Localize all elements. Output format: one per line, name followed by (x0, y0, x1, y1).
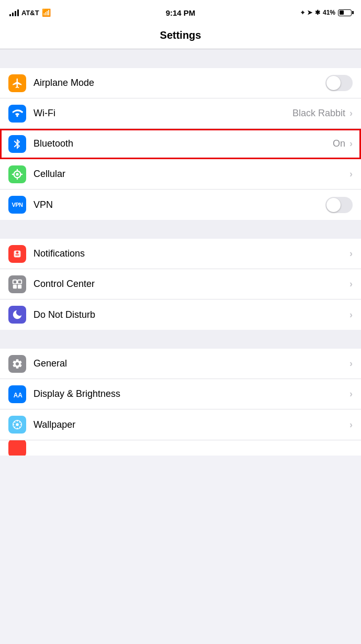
do-not-disturb-label: Do Not Disturb (33, 309, 349, 320)
svg-rect-12 (18, 284, 21, 288)
display-svg: AA (12, 388, 23, 400)
wifi-chevron-icon: › (349, 108, 353, 119)
bluetooth-svg (12, 138, 23, 150)
wifi-row[interactable]: Wi-Fi Black Rabbit › (0, 98, 361, 129)
status-time: 9:14 PM (166, 8, 196, 17)
bluetooth-status-icon: ✱ (315, 9, 320, 16)
svg-point-21 (19, 427, 20, 428)
notifications-chevron-icon: › (349, 248, 353, 259)
page-title: Settings (160, 29, 201, 41)
display-brightness-label: Display & Brightness (33, 388, 349, 399)
location-icon: ⌖ (301, 9, 304, 16)
control-center-chevron-icon: › (349, 279, 353, 290)
svg-point-20 (14, 421, 15, 423)
svg-point-7 (16, 251, 19, 253)
carrier-label: AT&T (21, 9, 39, 17)
notifications-row-icon (8, 245, 26, 263)
svg-point-1 (16, 173, 19, 176)
wifi-value: Black Rabbit (292, 108, 345, 119)
svg-point-17 (17, 428, 18, 429)
airplane-mode-toggle[interactable] (325, 75, 353, 91)
general-row-icon (8, 355, 26, 373)
section-divider-3 (0, 330, 361, 349)
wallpaper-svg (12, 419, 23, 430)
airplane-mode-icon (8, 74, 26, 92)
cellular-row-icon (8, 165, 26, 183)
control-center-label: Control Center (33, 279, 349, 290)
airplane-mode-label: Airplane Mode (33, 77, 321, 88)
general-section: General › AA Display & Brightness › (0, 349, 361, 440)
svg-rect-11 (13, 284, 17, 288)
vpn-toggle[interactable] (325, 197, 353, 213)
bluetooth-label: Bluetooth (33, 138, 333, 149)
svg-point-18 (13, 424, 14, 425)
general-row[interactable]: General › (0, 349, 361, 379)
status-bar: AT&T 📶 9:14 PM ⌖ ➤ ✱ 41% (0, 0, 361, 23)
battery-percent: 41% (323, 9, 335, 16)
airplane-mode-row[interactable]: Airplane Mode (0, 68, 361, 98)
vpn-row[interactable]: VPN VPN (0, 190, 361, 220)
bluetooth-row[interactable]: Bluetooth On › (0, 129, 361, 159)
bluetooth-row-icon (8, 135, 26, 153)
svg-point-15 (16, 423, 19, 426)
battery-icon (338, 9, 352, 16)
svg-rect-8 (15, 254, 19, 255)
wallpaper-row-icon (8, 416, 26, 434)
wallpaper-row[interactable]: Wallpaper › (0, 409, 361, 440)
control-center-svg (12, 279, 23, 290)
status-right: ⌖ ➤ ✱ 41% (301, 9, 352, 16)
cellular-chevron-icon: › (349, 169, 353, 180)
display-brightness-row[interactable]: AA Display & Brightness › (0, 379, 361, 409)
partial-row-icon (8, 440, 26, 456)
wallpaper-chevron-icon: › (349, 419, 353, 430)
vpn-toggle-knob (326, 198, 341, 212)
wifi-row-icon (8, 105, 26, 123)
wallpaper-label: Wallpaper (33, 419, 349, 430)
signal-bars-icon (9, 9, 19, 16)
vpn-label: VPN (33, 199, 321, 210)
connectivity-section: Airplane Mode Wi-Fi Black Rabbit › Bluet… (0, 68, 361, 220)
display-brightness-chevron-icon: › (349, 388, 353, 399)
wifi-icon: 📶 (42, 8, 51, 17)
display-brightness-row-icon: AA (8, 385, 26, 403)
svg-text:AA: AA (14, 391, 23, 398)
gear-svg (12, 358, 23, 370)
svg-point-19 (20, 424, 21, 425)
svg-rect-9 (13, 280, 17, 283)
general-chevron-icon: › (349, 358, 353, 369)
section-divider-1 (0, 49, 361, 68)
cellular-row[interactable]: Cellular › (0, 159, 361, 190)
svg-point-23 (14, 427, 15, 428)
control-center-row[interactable]: Control Center › (0, 269, 361, 299)
general-label: General (33, 358, 349, 369)
svg-point-22 (19, 421, 20, 423)
wifi-svg (12, 108, 23, 119)
do-not-disturb-chevron-icon: › (349, 309, 353, 320)
do-not-disturb-row[interactable]: Do Not Disturb › (0, 299, 361, 330)
vpn-row-icon: VPN (8, 196, 26, 214)
direction-icon: ➤ (307, 9, 312, 16)
cellular-label: Cellular (33, 169, 349, 180)
airplane-svg (12, 77, 23, 89)
notifications-svg (12, 248, 23, 260)
status-left: AT&T 📶 (9, 8, 51, 17)
svg-rect-10 (18, 280, 21, 283)
section-divider-2 (0, 220, 361, 239)
cellular-svg (12, 169, 23, 180)
moon-svg (12, 309, 23, 320)
system-section: Notifications › Control Center › Do Not … (0, 239, 361, 330)
notifications-label: Notifications (33, 248, 349, 259)
do-not-disturb-row-icon (8, 306, 26, 324)
bluetooth-value: On (333, 138, 345, 149)
wifi-label: Wi-Fi (33, 108, 292, 119)
airplane-mode-toggle-knob (326, 76, 341, 90)
bluetooth-chevron-icon: › (349, 138, 353, 149)
page-title-bar: Settings (0, 23, 361, 49)
svg-point-16 (17, 420, 18, 421)
notifications-row[interactable]: Notifications › (0, 239, 361, 269)
control-center-row-icon (8, 275, 26, 293)
